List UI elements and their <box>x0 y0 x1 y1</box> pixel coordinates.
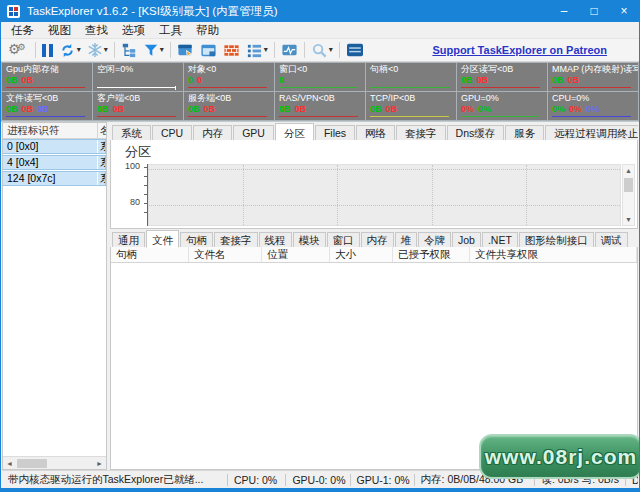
y-axis: 100 80 <box>117 162 147 226</box>
tab-partition[interactable]: 分区 <box>275 123 314 141</box>
scrollbar-thumb[interactable] <box>624 178 633 192</box>
col-filename[interactable]: 文件名 <box>189 247 262 262</box>
stat-windows[interactable]: 窗口<0 0 <box>275 63 365 91</box>
process-row[interactable]: 4 [0x4] 系 <box>3 155 106 170</box>
refresh-icon[interactable]: ▾ <box>57 40 83 60</box>
tab-memory[interactable]: 内存 <box>193 125 232 140</box>
stat-sparkline <box>552 116 631 117</box>
tab-debug[interactable]: 调试 <box>595 232 628 247</box>
search-icon[interactable]: ▾ <box>309 40 335 60</box>
tab-heap[interactable]: 堆 <box>395 232 418 247</box>
tab-threads[interactable]: 线程 <box>259 232 292 247</box>
window-controls: – □ × <box>549 0 639 22</box>
col-location[interactable]: 位置 <box>262 247 330 262</box>
tab-sockets[interactable]: 套接字 <box>396 125 446 140</box>
col-size[interactable]: 大小 <box>330 247 393 262</box>
close-button[interactable]: × <box>609 0 639 22</box>
stat-gpu-memory[interactable]: Gpu内部存储 0B0B <box>2 63 92 91</box>
watermark-badge: www.08rj.com <box>479 434 640 479</box>
patreon-link[interactable]: Support TaskExplorer on Patreon <box>432 44 607 56</box>
stat-handles[interactable]: 句柄<0 <box>366 63 456 91</box>
partition-chart-panel: 分区 100 80 <box>110 139 638 229</box>
tab-dotnet[interactable]: .NET <box>482 232 518 247</box>
tab-handles[interactable]: 句柄 <box>180 232 213 247</box>
process-list-panel: 进程标识符 名 0 [0x0] 系 4 [0x4] 系 124 [0x7c] 系… <box>2 122 107 470</box>
stat-client[interactable]: 客户端<0B 0B0B <box>93 92 183 120</box>
process-row[interactable]: 0 [0x0] 系 <box>3 139 106 154</box>
tab-cpu[interactable]: CPU <box>152 125 192 140</box>
freeze-snowflake-icon[interactable]: ▾ <box>85 40 110 60</box>
col-granted-access[interactable]: 已授予权限 <box>393 247 470 262</box>
stat-idle[interactable]: 空闲=0% <box>93 63 183 91</box>
col-handle[interactable]: 句柄 <box>111 247 189 262</box>
tab-job[interactable]: Job <box>452 232 481 247</box>
tab-sockets-detail[interactable]: 套接字 <box>214 232 258 247</box>
stat-sparkline <box>6 87 85 88</box>
stat-tcpip[interactable]: TCP/IP<0B 0B0B <box>366 92 456 120</box>
toolbar-separator <box>35 42 36 58</box>
menu-view[interactable]: 视图 <box>41 22 78 38</box>
stat-sparkline <box>97 87 176 88</box>
toolbar-separator <box>339 42 340 58</box>
stat-cpu[interactable]: CPU=0% 0%0%0% <box>548 92 638 120</box>
find-window-icon[interactable] <box>175 40 196 60</box>
tab-rpc-endpoints[interactable]: 远程过程调用终止点 <box>545 125 638 140</box>
tab-token[interactable]: 令牌 <box>418 232 451 247</box>
menu-tools[interactable]: 工具 <box>152 22 189 38</box>
tab-system[interactable]: 系统 <box>112 125 151 140</box>
stat-ras-vpn[interactable]: RAS/VPN<0B 0B0B <box>275 92 365 120</box>
scroll-down-icon[interactable]: ▼ <box>625 214 632 225</box>
tab-gpu[interactable]: GPU <box>233 125 274 140</box>
system-monitor-icon[interactable] <box>279 40 300 60</box>
maximize-button[interactable]: □ <box>579 0 609 22</box>
stat-gpu[interactable]: GPU=0% 0%0% <box>457 92 547 120</box>
tab-windows-detail[interactable]: 窗口 <box>327 232 360 247</box>
horizontal-scrollbar[interactable]: ◄ ► <box>3 456 106 469</box>
menu-help[interactable]: 帮助 <box>189 22 226 38</box>
pause-icon[interactable] <box>40 40 55 60</box>
tab-network[interactable]: 网络 <box>356 125 395 140</box>
tab-services[interactable]: 服务 <box>505 125 544 140</box>
settings-gears-icon[interactable]: ⚙⚙ <box>6 40 31 60</box>
menu-bar: 任务 视图 查找 选项 工具 帮助 <box>1 22 639 39</box>
dropdown-caret-icon: ▾ <box>264 46 268 54</box>
col-share-access[interactable]: 文件共享权限 <box>470 247 637 262</box>
tab-files[interactable]: Files <box>315 125 355 140</box>
scroll-right-icon[interactable]: ► <box>93 457 106 470</box>
title-bar: TaskExplorer v1.6.2 - [KSI级别最大] (内置管理员) … <box>1 0 639 22</box>
process-tree-icon[interactable] <box>119 40 139 60</box>
filter-funnel-icon[interactable]: ▾ <box>141 40 166 60</box>
details-panel: 系统 CPU 内存 GPU 分区 Files 网络 套接字 Dns缓存 服务 远… <box>110 122 638 470</box>
scrollbar-thumb[interactable] <box>17 459 47 468</box>
stat-server[interactable]: 服务端<0B 0B0B <box>184 92 274 120</box>
tab-modules[interactable]: 模块 <box>293 232 326 247</box>
scroll-up-icon[interactable]: ▲ <box>625 165 632 176</box>
stat-disk-io[interactable]: 分区读写<0B 0B0B <box>457 63 547 91</box>
tab-file[interactable]: 文件 <box>146 230 179 248</box>
plot-area <box>148 164 621 226</box>
process-row[interactable]: 124 [0x7c] 系 <box>3 171 106 186</box>
tab-dns-cache[interactable]: Dns缓存 <box>447 125 505 140</box>
window-list-icon[interactable] <box>198 40 219 60</box>
firewall-icon[interactable] <box>221 40 242 60</box>
status-gpu1: GPU-1: 0% <box>350 474 413 486</box>
scroll-left-icon[interactable]: ◄ <box>3 457 16 470</box>
stat-file-io[interactable]: 文件读写<0B 0B0B0B <box>2 92 92 120</box>
tab-gdi[interactable]: 图形绘制接口 <box>519 232 594 247</box>
process-list-header: 进程标识符 名 <box>3 123 106 139</box>
panels-icon[interactable] <box>344 40 366 60</box>
window-bottom-frame <box>1 488 639 492</box>
menu-options[interactable]: 选项 <box>115 22 152 38</box>
stat-sparkline <box>6 116 85 117</box>
details-list-icon[interactable]: ▾ <box>244 40 270 60</box>
name-column-header[interactable]: 名 <box>98 123 106 138</box>
menu-task[interactable]: 任务 <box>4 22 41 38</box>
minimize-button[interactable]: – <box>549 0 579 22</box>
pid-column-header[interactable]: 进程标识符 <box>3 123 98 138</box>
tab-memory-detail[interactable]: 内存 <box>361 232 394 247</box>
tab-general[interactable]: 通用 <box>112 232 145 247</box>
stat-mmap-io[interactable]: MMAP (内存映射)读写<0B 0B0B <box>548 63 638 91</box>
stat-objects[interactable]: 对象<0 00 <box>184 63 274 91</box>
menu-find[interactable]: 查找 <box>78 22 115 38</box>
vertical-scrollbar[interactable]: ▲ ▼ <box>622 164 635 226</box>
